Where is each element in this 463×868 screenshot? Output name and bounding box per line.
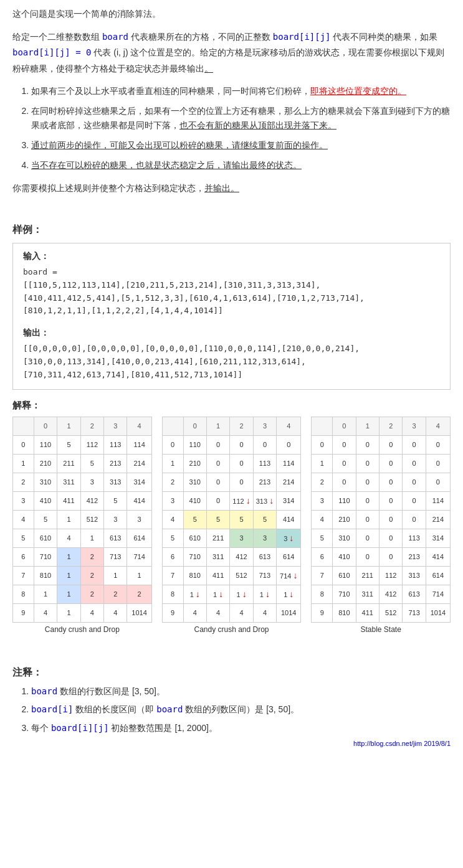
cell: 5 xyxy=(230,510,253,529)
cell: 0 xyxy=(356,435,379,454)
ending-underline: 并输出。 xyxy=(204,183,239,193)
table-row: 78101211 xyxy=(13,566,152,585)
row-label: 9 xyxy=(13,603,34,622)
cell: 211 xyxy=(57,454,80,473)
cell: 3 xyxy=(80,473,103,491)
cell: 211 xyxy=(356,566,379,585)
cell: 0 xyxy=(206,491,229,510)
cell: 114 xyxy=(277,454,301,473)
down-arrow-icon: ↓ xyxy=(269,496,274,506)
cell: 0 xyxy=(333,454,356,473)
row-label: 3 xyxy=(162,491,183,510)
cell: 0 xyxy=(277,435,301,454)
cell: 1 xyxy=(80,529,103,547)
row-label: 9 xyxy=(162,603,183,622)
cell: 614 xyxy=(277,547,301,566)
rule-1-highlight: 即将这些位置变成空的。 xyxy=(310,86,406,96)
cell: 311 xyxy=(206,547,229,566)
watermark: http://blog.csdn.net/jim 2019/8/1 xyxy=(12,740,451,747)
table-row: 23103113313314 xyxy=(13,473,152,491)
cell: 410 xyxy=(183,491,206,510)
cell: 0 xyxy=(403,435,426,454)
cell: 214 xyxy=(426,510,450,529)
grid2-table: 0 1 2 3 4 01100000 121000113114 23100021… xyxy=(162,417,302,623)
cell: 5 xyxy=(253,510,276,529)
table-row: 671012713714 xyxy=(13,547,152,566)
code-board-note2: board xyxy=(156,704,183,714)
cell: 512 xyxy=(80,510,103,529)
cell: 2 xyxy=(80,585,103,603)
grids-row: 0 1 2 3 4 01105112113114 12102115213214 … xyxy=(12,417,451,634)
cell: 310 xyxy=(183,473,206,491)
cell: 4 xyxy=(206,603,229,622)
grid1-col-4: 4 xyxy=(127,417,151,435)
row-label: 5 xyxy=(162,529,183,547)
table-row: 7610211112313614 xyxy=(312,566,451,585)
cell: 412 xyxy=(230,547,253,566)
cell: 4 xyxy=(253,603,276,622)
cell: 613 xyxy=(253,547,276,566)
cell: 613 xyxy=(403,585,426,603)
cell: 710 xyxy=(183,547,206,566)
rule-4-text: 当不存在可以粉碎的糖果，也就是状态稳定之后，请输出最终的状态。 xyxy=(31,160,302,170)
grid2-col-3: 3 xyxy=(253,417,276,435)
cell: 113 xyxy=(403,529,426,547)
table-row: 45555414 xyxy=(162,510,301,529)
cell: 414 xyxy=(277,510,301,529)
cell: 3 xyxy=(104,510,127,529)
cell: 313 ↓ xyxy=(253,491,276,510)
row-label: 6 xyxy=(162,547,183,566)
cell: 512 xyxy=(379,603,403,622)
cell: 1 xyxy=(57,585,80,603)
down-arrow-icon: ↓ xyxy=(196,589,200,599)
cell: 714 xyxy=(127,547,151,566)
row-label: 0 xyxy=(312,435,333,454)
row-label: 5 xyxy=(312,529,333,547)
cell: 710 xyxy=(34,547,57,566)
row-label: 3 xyxy=(13,491,34,510)
rule-4: 当不存在可以粉碎的糖果，也就是状态稳定之后，请输出最终的状态。 xyxy=(31,158,451,173)
intro-para-1: 这个问题是实现一个简单的消除算法。 xyxy=(12,6,451,22)
cell: 1 ↓ xyxy=(206,585,229,603)
grid3-col-2: 2 xyxy=(379,417,403,435)
down-arrow-icon: ↓ xyxy=(242,589,247,599)
cell: 414 xyxy=(426,547,450,566)
cell: 2 xyxy=(80,547,103,566)
grid2-col-4: 4 xyxy=(277,417,301,435)
cell: 410 xyxy=(34,491,57,510)
cell: 0 xyxy=(206,435,229,454)
cell: 714 ↓ xyxy=(277,566,301,585)
table-row: 121000113114 xyxy=(162,454,301,473)
cell: 0 xyxy=(333,473,356,491)
row-label: 5 xyxy=(13,529,34,547)
row-label: 6 xyxy=(312,547,333,566)
cell: 0 xyxy=(426,473,450,491)
cell: 0 xyxy=(426,435,450,454)
table-row: 531000113314 xyxy=(312,529,451,547)
cell: 2 xyxy=(104,585,127,603)
code-board-1: board xyxy=(102,32,128,42)
cell: 0 xyxy=(356,473,379,491)
input-code: board = [[110,5,112,113,114],[210,211,5,… xyxy=(23,266,440,318)
cell: 710 xyxy=(333,585,356,603)
down-arrow-icon: ↓ xyxy=(219,589,223,599)
code-board-note1: board xyxy=(31,686,57,696)
cell: 0 xyxy=(379,510,403,529)
row-label: 1 xyxy=(312,454,333,473)
cell: 210 xyxy=(333,510,356,529)
cell: 1 xyxy=(34,585,57,603)
cell: 213 xyxy=(104,454,127,473)
grid2-col-1: 1 xyxy=(206,417,229,435)
cell: 3 xyxy=(127,510,151,529)
table-row: 7810411512713714 ↓ xyxy=(162,566,301,585)
cell: 610 xyxy=(34,529,57,547)
table-row: 231000213214 xyxy=(162,473,301,491)
table-row: 3110000114 xyxy=(312,491,451,510)
cell: 411 xyxy=(57,491,80,510)
code-board-ij-note3: board[i][j] xyxy=(51,723,109,733)
cell: 0 xyxy=(206,473,229,491)
cell: 314 xyxy=(426,529,450,547)
grid1-caption: Candy crush and Drop xyxy=(45,625,120,634)
table-row: 100000 xyxy=(312,454,451,473)
rule-2-underline: 也不会有新的糖果从顶部出现并落下来。 xyxy=(179,120,337,130)
